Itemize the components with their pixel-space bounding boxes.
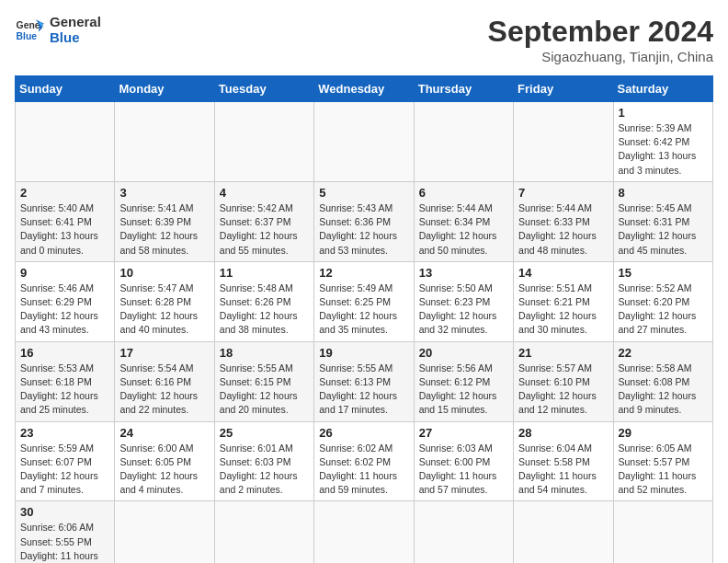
calendar-cell: 15Sunrise: 5:52 AM Sunset: 6:20 PM Dayli… bbox=[613, 261, 712, 341]
calendar-cell: 22Sunrise: 5:58 AM Sunset: 6:08 PM Dayli… bbox=[613, 341, 712, 421]
day-number: 18 bbox=[220, 346, 309, 360]
day-info: Sunrise: 5:51 AM Sunset: 6:21 PM Dayligh… bbox=[518, 282, 608, 338]
day-number: 15 bbox=[619, 266, 708, 280]
calendar-cell: 10Sunrise: 5:47 AM Sunset: 6:28 PM Dayli… bbox=[115, 261, 214, 341]
day-info: Sunrise: 5:59 AM Sunset: 6:07 PM Dayligh… bbox=[20, 442, 109, 498]
calendar-cell bbox=[414, 102, 513, 182]
calendar-cell: 23Sunrise: 5:59 AM Sunset: 6:07 PM Dayli… bbox=[16, 421, 115, 501]
day-number: 7 bbox=[518, 186, 608, 200]
calendar-cell: 11Sunrise: 5:48 AM Sunset: 6:26 PM Dayli… bbox=[214, 261, 313, 341]
page-header: General Blue General Blue September 2024… bbox=[15, 15, 713, 64]
day-number: 1 bbox=[619, 106, 708, 120]
logo-general-text: General bbox=[50, 15, 101, 30]
day-info: Sunrise: 6:04 AM Sunset: 5:58 PM Dayligh… bbox=[518, 442, 608, 498]
day-info: Sunrise: 5:45 AM Sunset: 6:31 PM Dayligh… bbox=[619, 201, 708, 258]
day-number: 9 bbox=[20, 266, 109, 280]
day-info: Sunrise: 5:55 AM Sunset: 6:13 PM Dayligh… bbox=[319, 362, 408, 418]
day-number: 28 bbox=[518, 426, 608, 440]
calendar-week-row: 23Sunrise: 5:59 AM Sunset: 6:07 PM Dayli… bbox=[16, 421, 713, 501]
day-number: 24 bbox=[119, 426, 209, 440]
calendar-cell: 18Sunrise: 5:55 AM Sunset: 6:15 PM Dayli… bbox=[214, 341, 313, 421]
day-info: Sunrise: 5:48 AM Sunset: 6:26 PM Dayligh… bbox=[220, 282, 309, 338]
svg-text:Blue: Blue bbox=[17, 30, 38, 40]
calendar-cell: 26Sunrise: 6:02 AM Sunset: 6:02 PM Dayli… bbox=[314, 421, 414, 501]
day-info: Sunrise: 5:57 AM Sunset: 6:10 PM Dayligh… bbox=[518, 362, 608, 418]
day-number: 22 bbox=[619, 346, 708, 360]
day-info: Sunrise: 5:39 AM Sunset: 6:42 PM Dayligh… bbox=[619, 121, 708, 178]
calendar-cell: 16Sunrise: 5:53 AM Sunset: 6:18 PM Dayli… bbox=[16, 341, 115, 421]
calendar-cell bbox=[115, 501, 214, 563]
day-info: Sunrise: 5:50 AM Sunset: 6:23 PM Dayligh… bbox=[419, 282, 508, 338]
day-info: Sunrise: 5:56 AM Sunset: 6:12 PM Dayligh… bbox=[419, 362, 508, 418]
day-header-tuesday: Tuesday bbox=[214, 76, 313, 102]
day-header-monday: Monday bbox=[115, 76, 214, 102]
calendar-cell: 25Sunrise: 6:01 AM Sunset: 6:03 PM Dayli… bbox=[214, 421, 313, 501]
day-info: Sunrise: 5:58 AM Sunset: 6:08 PM Dayligh… bbox=[619, 362, 708, 418]
day-number: 2 bbox=[20, 186, 109, 200]
calendar-cell: 30Sunrise: 6:06 AM Sunset: 5:55 PM Dayli… bbox=[16, 501, 115, 563]
title-block: September 2024 Sigaozhuang, Tianjin, Chi… bbox=[488, 15, 713, 64]
calendar-cell: 5Sunrise: 5:43 AM Sunset: 6:36 PM Daylig… bbox=[314, 181, 414, 261]
day-info: Sunrise: 6:03 AM Sunset: 6:00 PM Dayligh… bbox=[419, 442, 508, 498]
calendar-cell: 3Sunrise: 5:41 AM Sunset: 6:39 PM Daylig… bbox=[115, 181, 214, 261]
calendar-cell: 20Sunrise: 5:56 AM Sunset: 6:12 PM Dayli… bbox=[414, 341, 513, 421]
calendar-cell: 6Sunrise: 5:44 AM Sunset: 6:34 PM Daylig… bbox=[414, 181, 513, 261]
day-number: 8 bbox=[619, 186, 708, 200]
day-info: Sunrise: 5:55 AM Sunset: 6:15 PM Dayligh… bbox=[220, 362, 309, 418]
calendar-cell: 8Sunrise: 5:45 AM Sunset: 6:31 PM Daylig… bbox=[613, 181, 712, 261]
calendar-cell: 19Sunrise: 5:55 AM Sunset: 6:13 PM Dayli… bbox=[314, 341, 414, 421]
calendar-cell: 21Sunrise: 5:57 AM Sunset: 6:10 PM Dayli… bbox=[514, 341, 613, 421]
calendar-cell: 28Sunrise: 6:04 AM Sunset: 5:58 PM Dayli… bbox=[514, 421, 613, 501]
calendar-cell: 13Sunrise: 5:50 AM Sunset: 6:23 PM Dayli… bbox=[414, 261, 513, 341]
logo: General Blue General Blue bbox=[15, 15, 101, 45]
day-header-saturday: Saturday bbox=[613, 76, 712, 102]
calendar-cell bbox=[115, 102, 214, 182]
day-info: Sunrise: 6:01 AM Sunset: 6:03 PM Dayligh… bbox=[220, 442, 309, 498]
day-number: 25 bbox=[220, 426, 309, 440]
day-number: 27 bbox=[419, 426, 508, 440]
day-number: 20 bbox=[419, 346, 508, 360]
day-info: Sunrise: 6:02 AM Sunset: 6:02 PM Dayligh… bbox=[319, 442, 408, 498]
calendar-cell: 12Sunrise: 5:49 AM Sunset: 6:25 PM Dayli… bbox=[314, 261, 414, 341]
day-number: 19 bbox=[319, 346, 408, 360]
day-header-friday: Friday bbox=[514, 76, 613, 102]
calendar-cell bbox=[514, 501, 613, 563]
day-number: 29 bbox=[619, 426, 708, 440]
calendar-cell bbox=[16, 102, 115, 182]
calendar-cell: 9Sunrise: 5:46 AM Sunset: 6:29 PM Daylig… bbox=[16, 261, 115, 341]
calendar-cell bbox=[414, 501, 513, 563]
day-number: 16 bbox=[20, 346, 109, 360]
calendar-cell: 17Sunrise: 5:54 AM Sunset: 6:16 PM Dayli… bbox=[115, 341, 214, 421]
calendar-cell: 7Sunrise: 5:44 AM Sunset: 6:33 PM Daylig… bbox=[514, 181, 613, 261]
calendar-cell: 24Sunrise: 6:00 AM Sunset: 6:05 PM Dayli… bbox=[115, 421, 214, 501]
calendar-cell: 2Sunrise: 5:40 AM Sunset: 6:41 PM Daylig… bbox=[16, 181, 115, 261]
day-number: 6 bbox=[419, 186, 508, 200]
calendar-cell bbox=[314, 102, 414, 182]
day-info: Sunrise: 5:42 AM Sunset: 6:37 PM Dayligh… bbox=[220, 201, 309, 258]
day-number: 26 bbox=[319, 426, 408, 440]
day-info: Sunrise: 5:44 AM Sunset: 6:34 PM Dayligh… bbox=[419, 201, 508, 258]
calendar-table: SundayMondayTuesdayWednesdayThursdayFrid… bbox=[15, 75, 713, 563]
day-number: 12 bbox=[319, 266, 408, 280]
logo-blue-text: Blue bbox=[50, 30, 101, 46]
day-number: 23 bbox=[20, 426, 109, 440]
day-number: 14 bbox=[518, 266, 608, 280]
day-number: 11 bbox=[220, 266, 309, 280]
day-info: Sunrise: 5:43 AM Sunset: 6:36 PM Dayligh… bbox=[319, 201, 408, 258]
calendar-week-row: 9Sunrise: 5:46 AM Sunset: 6:29 PM Daylig… bbox=[16, 261, 713, 341]
calendar-week-row: 16Sunrise: 5:53 AM Sunset: 6:18 PM Dayli… bbox=[16, 341, 713, 421]
calendar-cell bbox=[214, 102, 313, 182]
day-info: Sunrise: 5:54 AM Sunset: 6:16 PM Dayligh… bbox=[119, 362, 209, 418]
day-number: 4 bbox=[220, 186, 309, 200]
calendar-cell bbox=[514, 102, 613, 182]
day-number: 3 bbox=[119, 186, 209, 200]
day-info: Sunrise: 5:40 AM Sunset: 6:41 PM Dayligh… bbox=[20, 201, 109, 258]
day-header-wednesday: Wednesday bbox=[314, 76, 414, 102]
calendar-cell bbox=[214, 501, 313, 563]
day-number: 30 bbox=[20, 505, 109, 519]
calendar-cell: 27Sunrise: 6:03 AM Sunset: 6:00 PM Dayli… bbox=[414, 421, 513, 501]
day-header-sunday: Sunday bbox=[16, 76, 115, 102]
day-info: Sunrise: 5:44 AM Sunset: 6:33 PM Dayligh… bbox=[518, 201, 608, 258]
location-text: Sigaozhuang, Tianjin, China bbox=[488, 49, 713, 64]
calendar-cell bbox=[613, 501, 712, 563]
